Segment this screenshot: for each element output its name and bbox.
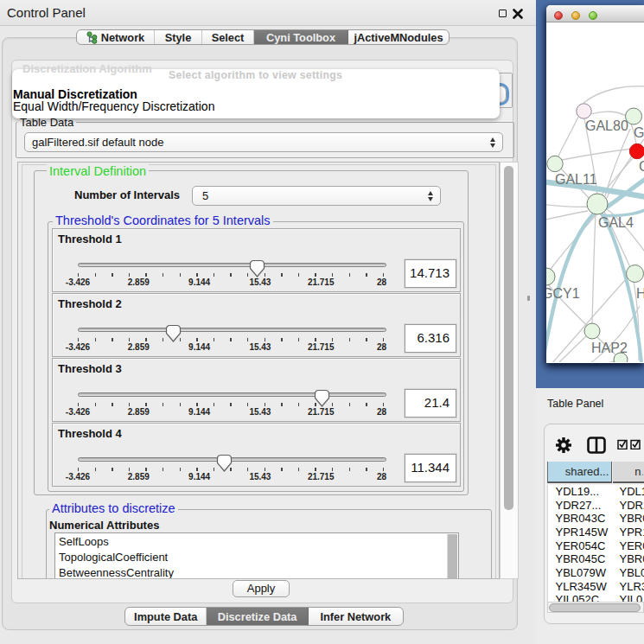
svg-text:GA: GA bbox=[634, 125, 644, 140]
svg-text:H: H bbox=[636, 286, 644, 301]
svg-text:GAL80: GAL80 bbox=[585, 118, 628, 133]
svg-text:GCY1: GCY1 bbox=[546, 286, 580, 301]
svg-text:CY: CY bbox=[639, 159, 644, 174]
svg-text:GAL11: GAL11 bbox=[555, 172, 597, 187]
svg-text:HAP2: HAP2 bbox=[591, 341, 628, 355]
svg-text:GAL4: GAL4 bbox=[598, 215, 634, 230]
